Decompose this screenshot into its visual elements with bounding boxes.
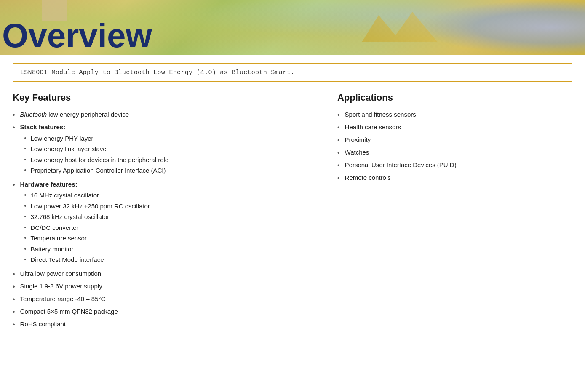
sub-item-text: DC/DC converter bbox=[31, 223, 79, 233]
list-item: Bluetooth low energy peripheral device bbox=[13, 110, 321, 120]
list-item: Compact 5×5 mm QFN32 package bbox=[13, 307, 321, 317]
app-item-text: Personal User Interface Devices (PUID) bbox=[345, 160, 561, 170]
sub-item-text: Low energy PHY layer bbox=[31, 134, 93, 144]
list-item: Health care sensors bbox=[337, 123, 561, 133]
app-item-text: Sport and fitness sensors bbox=[345, 110, 561, 120]
item-text: Compact 5×5 mm QFN32 package bbox=[20, 308, 118, 315]
list-item: Temperature sensor bbox=[24, 234, 321, 243]
list-item: 32.768 kHz crystal oscillator bbox=[24, 212, 321, 222]
app-item-text: Proximity bbox=[345, 135, 561, 145]
list-item: Single 1.9-3.6V power supply bbox=[13, 282, 321, 292]
item-text: RoHS compliant bbox=[20, 320, 66, 328]
list-item: Proximity bbox=[337, 135, 561, 145]
stack-sub-list: Low energy PHY layer Low energy link lay… bbox=[24, 134, 321, 176]
sub-item-text: Battery monitor bbox=[31, 245, 74, 254]
list-item: RoHS compliant bbox=[13, 320, 321, 330]
sub-item-text: Low energy host for devices in the perip… bbox=[31, 155, 169, 165]
italic-text: Bluetooth bbox=[20, 111, 47, 118]
list-item: Hardware features: 16 MHz crystal oscill… bbox=[13, 180, 321, 267]
item-text: low energy peripheral device bbox=[48, 111, 129, 118]
app-item-text: Remote controls bbox=[345, 173, 561, 183]
content-columns: Key Features Bluetooth low energy periph… bbox=[13, 92, 572, 332]
hardware-label: Hardware features: bbox=[20, 181, 77, 188]
list-item: Ultra low power consumption bbox=[13, 269, 321, 279]
list-item: Temperature range -40 – 85°C bbox=[13, 294, 321, 304]
header-decor-flowers bbox=[417, 0, 585, 55]
key-features-title: Key Features bbox=[13, 92, 321, 103]
main-content: LSN8001 Module Apply to Bluetooth Low En… bbox=[0, 55, 585, 345]
sub-item-text: Low power 32 kHz ±250 ppm RC oscillator bbox=[31, 202, 150, 211]
item-text: Ultra low power consumption bbox=[20, 270, 102, 277]
sub-item-text: Proprietary Application Controller Inter… bbox=[31, 166, 166, 176]
hardware-sub-list: 16 MHz crystal oscillator Low power 32 k… bbox=[24, 191, 321, 265]
page-title: Overview bbox=[0, 19, 152, 53]
sub-item-text: Direct Test Mode interface bbox=[31, 255, 104, 265]
app-item-text: Watches bbox=[345, 148, 561, 157]
key-features-column: Key Features Bluetooth low energy periph… bbox=[13, 92, 321, 332]
applications-column: Applications Sport and fitness sensors H… bbox=[337, 92, 561, 186]
sub-item-text: Temperature sensor bbox=[31, 234, 87, 243]
applications-list: Sport and fitness sensors Health care se… bbox=[337, 110, 561, 183]
list-item: Low power 32 kHz ±250 ppm RC oscillator bbox=[24, 202, 321, 211]
key-features-list: Bluetooth low energy peripheral device S… bbox=[13, 110, 321, 330]
list-item: Remote controls bbox=[337, 173, 561, 183]
list-item: DC/DC converter bbox=[24, 223, 321, 233]
list-item: Direct Test Mode interface bbox=[24, 255, 321, 265]
list-item: Watches bbox=[337, 148, 561, 158]
item-text: Single 1.9-3.6V power supply bbox=[20, 283, 102, 290]
applications-title: Applications bbox=[337, 92, 561, 103]
list-item: Low energy host for devices in the perip… bbox=[24, 155, 321, 165]
list-item: Low energy link layer slave bbox=[24, 144, 321, 154]
list-item: Low energy PHY layer bbox=[24, 134, 321, 144]
info-box: LSN8001 Module Apply to Bluetooth Low En… bbox=[13, 63, 572, 82]
list-item: Stack features: Low energy PHY layer Low… bbox=[13, 123, 321, 177]
sub-item-text: Low energy link layer slave bbox=[31, 144, 107, 154]
list-item: Battery monitor bbox=[24, 245, 321, 254]
list-item: Proprietary Application Controller Inter… bbox=[24, 166, 321, 176]
sub-item-text: 32.768 kHz crystal oscillator bbox=[31, 212, 110, 222]
item-text: Temperature range -40 – 85°C bbox=[20, 295, 106, 302]
app-item-text: Health care sensors bbox=[345, 123, 561, 132]
list-item: Personal User Interface Devices (PUID) bbox=[337, 160, 561, 171]
header-banner: Overview bbox=[0, 0, 585, 55]
sub-item-text: 16 MHz crystal oscillator bbox=[31, 191, 99, 200]
stack-label: Stack features: bbox=[20, 123, 66, 131]
list-item: Sport and fitness sensors bbox=[337, 110, 561, 120]
list-item: 16 MHz crystal oscillator bbox=[24, 191, 321, 200]
